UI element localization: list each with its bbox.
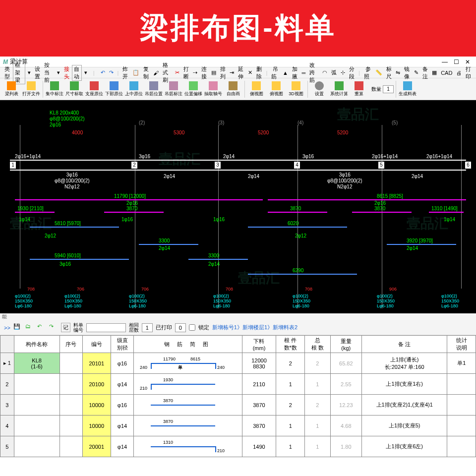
- cell-seq[interactable]: [60, 416, 82, 436]
- toggle-panel[interactable]: >>: [4, 325, 10, 331]
- cell-seq[interactable]: [60, 353, 82, 374]
- cell-sketch[interactable]: 2101310: [134, 436, 242, 457]
- cell-wt[interactable]: 2.55: [330, 374, 361, 395]
- cell-note[interactable]: 上1排(通长) 长:20247 单:160: [361, 353, 447, 374]
- cell-dia[interactable]: φ16: [111, 395, 134, 416]
- cell-stat[interactable]: [447, 416, 476, 436]
- cell-tot[interactable]: 1: [304, 374, 330, 395]
- th-cnt[interactable]: 根 件 数*数: [276, 336, 304, 353]
- cell-cnt[interactable]: 2: [276, 395, 304, 416]
- cell-seq[interactable]: [60, 395, 82, 416]
- tb-settings[interactable]: 设置: [310, 79, 329, 99]
- cell-wt[interactable]: 12.23: [330, 395, 361, 416]
- cell-stat[interactable]: [447, 374, 476, 395]
- tb-freehand[interactable]: 自由画: [224, 79, 242, 99]
- tb-pos-offset[interactable]: 位置偏移: [184, 79, 203, 99]
- cell-seq[interactable]: [60, 436, 82, 457]
- cell-len[interactable]: 12000 8830: [242, 353, 276, 374]
- menu-joint[interactable]: 接头: [62, 65, 71, 80]
- th-seq[interactable]: 序号: [60, 336, 82, 353]
- cell-name[interactable]: KL8 (1-6): [14, 353, 60, 374]
- cell-sketch[interactable]: 3870: [134, 395, 242, 416]
- tb-side-view[interactable]: 侧视图: [247, 79, 266, 99]
- tb-recalc[interactable]: 重算: [350, 79, 368, 99]
- save-all-icon[interactable]: 🗂: [25, 323, 34, 332]
- tb-3d-view[interactable]: 3D视图: [287, 79, 305, 99]
- cell-dia[interactable]: φ14: [111, 436, 134, 457]
- menu-delete[interactable]: ✕: [246, 69, 254, 76]
- th-dia[interactable]: 级直 别径: [111, 336, 134, 353]
- cell-name[interactable]: [14, 395, 60, 416]
- cell-dia[interactable]: φ14: [111, 416, 134, 436]
- menu-ref[interactable]: 参照: [362, 65, 373, 80]
- cell-cnt[interactable]: 2: [276, 353, 304, 374]
- cell-cnt[interactable]: 1: [276, 436, 304, 457]
- lock-checkbox[interactable]: [189, 324, 195, 331]
- menu-break[interactable]: ✂: [174, 69, 181, 76]
- menu-type[interactable]: 类型: [3, 65, 12, 80]
- cell-wt[interactable]: 65.82: [330, 353, 361, 374]
- qty-input[interactable]: [383, 85, 394, 93]
- tb-hanger-mark[interactable]: 吊筋标注: [164, 79, 183, 99]
- menu-connect[interactable]: ⇢: [191, 69, 199, 76]
- breadcrumb[interactable]: 新增栋号1》新增楼层1》新增料表2: [212, 324, 298, 331]
- tb-sys-calc[interactable]: 系统计算: [330, 79, 349, 99]
- menu-ruler[interactable]: 📏: [374, 69, 384, 76]
- th-tot[interactable]: 总 根 数: [304, 336, 330, 353]
- tb-focus-mark[interactable]: 集中标注: [45, 79, 64, 99]
- tb-gen-table[interactable]: 生成料表: [398, 79, 417, 99]
- menu-arc[interactable]: ◠: [321, 69, 329, 76]
- printed-input[interactable]: [175, 323, 186, 332]
- th-code[interactable]: 编号: [82, 336, 111, 353]
- cell-tot[interactable]: 1: [304, 436, 330, 457]
- undo-icon[interactable]: ↶: [99, 69, 107, 76]
- th-wt[interactable]: 重量 (kg): [330, 336, 361, 353]
- cell-code[interactable]: 20100: [82, 374, 111, 395]
- menu-copy[interactable]: 📋: [131, 69, 141, 76]
- redo-icon[interactable]: ↷: [108, 69, 115, 76]
- tb-beam-list[interactable]: 梁列表: [2, 79, 21, 99]
- menu-explode[interactable]: 炸开: [121, 65, 130, 80]
- th-len[interactable]: 下料 (mm): [242, 336, 276, 353]
- cell-name[interactable]: [14, 436, 60, 457]
- cell-tot[interactable]: 1: [304, 416, 330, 436]
- table-row[interactable]: 410000φ1438703870114.68上1排(支座5): [0, 416, 476, 436]
- cell-wt[interactable]: 4.68: [330, 416, 361, 436]
- menu-cad[interactable]: ▦: [430, 69, 438, 76]
- tb-support[interactable]: 支座原位: [85, 79, 104, 99]
- menu-arrange[interactable]: ▤: [210, 69, 218, 76]
- menu-haunch[interactable]: ▲: [281, 70, 290, 76]
- cell-code[interactable]: 20101: [82, 353, 111, 374]
- cell-cnt[interactable]: 1: [276, 374, 304, 395]
- cell-code[interactable]: 10000: [82, 395, 111, 416]
- redo-icon[interactable]: ↷: [49, 323, 58, 332]
- cell-name[interactable]: [14, 416, 60, 436]
- cell-seq[interactable]: [60, 374, 82, 395]
- tb-extract-axis[interactable]: 抽取轴号: [204, 79, 223, 99]
- menu-brush[interactable]: 🖌: [152, 70, 160, 76]
- table-row[interactable]: 310000φ16387038702212.23上1排(支座2)1,(支座4)1: [0, 395, 476, 416]
- cell-tot[interactable]: 2: [304, 395, 330, 416]
- cell-len[interactable]: 3870: [242, 395, 276, 416]
- same-floor-input[interactable]: [142, 323, 153, 332]
- cell-wt[interactable]: 1.80: [330, 436, 361, 457]
- tb-hanger-pos[interactable]: 吊筋位置: [144, 79, 163, 99]
- tb-topmid[interactable]: 上中原位: [124, 79, 143, 99]
- menu-note[interactable]: ✎: [413, 69, 420, 76]
- table-row[interactable]: ▸ 1KL8 (1-6)20101φ16240240117908615单1200…: [0, 353, 476, 374]
- th-stat[interactable]: 统计 说明: [447, 336, 476, 353]
- menu-mirror[interactable]: ⇋: [394, 69, 402, 76]
- tb-bottom[interactable]: 下部原位: [105, 79, 123, 99]
- cell-len[interactable]: 3870: [242, 416, 276, 436]
- note-btn[interactable]: 记: [61, 323, 70, 332]
- th-note[interactable]: 备 注: [361, 336, 447, 353]
- menu-settings[interactable]: 设置: [33, 65, 42, 80]
- menu-hanger[interactable]: 吊筋: [270, 65, 280, 80]
- maximize-icon[interactable]: ☐: [454, 59, 459, 65]
- cell-dia[interactable]: φ16: [111, 353, 134, 374]
- cell-code[interactable]: 20001: [82, 436, 111, 457]
- cell-note[interactable]: 上1排(支座1右): [361, 374, 447, 395]
- cell-sketch[interactable]: 2101930: [134, 374, 242, 395]
- menu-auto[interactable]: 自动: [72, 65, 82, 81]
- cad-viewport[interactable]: 壹品汇 壹品汇 壹品汇 壹品汇 壹品汇 KL8 200x400φ8@100/20…: [0, 100, 476, 313]
